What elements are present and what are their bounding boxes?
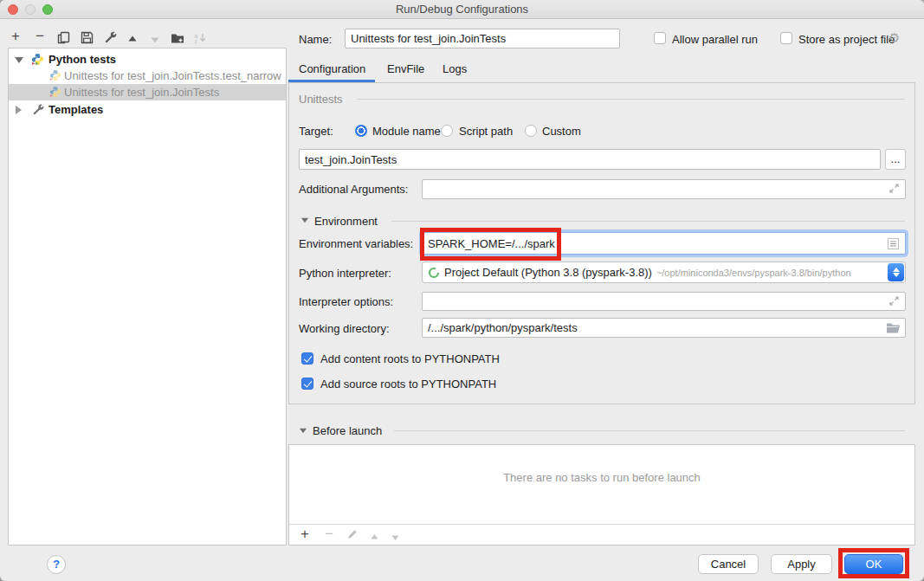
- remove-configuration-icon[interactable]: −: [31, 29, 48, 45]
- additional-arguments-label: Additional Arguments:: [299, 183, 408, 196]
- ok-button[interactable]: OK: [844, 554, 903, 574]
- name-label: Name:: [299, 33, 332, 46]
- name-input[interactable]: [345, 29, 620, 48]
- help-button[interactable]: ?: [47, 555, 66, 574]
- allow-parallel-run-checkbox[interactable]: [654, 32, 666, 44]
- remove-task-icon[interactable]: −: [320, 527, 338, 543]
- collapse-arrow-icon[interactable]: [15, 57, 23, 63]
- python-test-icon: [49, 86, 61, 100]
- conda-env-icon: [428, 267, 440, 279]
- target-custom-label: Custom: [542, 125, 581, 138]
- tree-item-label: Python tests: [48, 51, 116, 68]
- module-name-input[interactable]: [299, 149, 881, 170]
- target-script-path-radio[interactable]: [441, 125, 453, 137]
- tab-envfile[interactable]: EnvFile: [387, 59, 424, 80]
- create-folder-icon[interactable]: [169, 30, 186, 46]
- expand-field-icon[interactable]: [888, 295, 900, 309]
- before-launch-empty-message: There are no tasks to run before launch: [289, 471, 914, 484]
- add-source-roots-checkbox[interactable]: [301, 378, 313, 390]
- before-launch-label: Before launch: [313, 424, 382, 437]
- browse-variables-icon[interactable]: [887, 237, 900, 253]
- cancel-button[interactable]: Cancel: [698, 554, 759, 574]
- add-configuration-icon[interactable]: +: [7, 29, 24, 45]
- python-interpreter-path: ~/opt/miniconda3/envs/pyspark-3.8/bin/py…: [656, 268, 901, 278]
- tab-configuration[interactable]: Configuration: [299, 59, 365, 80]
- additional-arguments-input[interactable]: [422, 179, 906, 199]
- before-launch-panel: There are no tasks to run before launch …: [288, 444, 915, 545]
- add-content-roots-checkbox[interactable]: [301, 352, 313, 365]
- browse-module-button[interactable]: ...: [885, 149, 906, 170]
- interpreter-dropdown-stepper[interactable]: [888, 263, 904, 281]
- tree-item-templates[interactable]: Templates: [9, 101, 286, 118]
- copy-configuration-icon[interactable]: [55, 30, 72, 46]
- tree-item-jointests-selected[interactable]: Unittests for test_join.JoinTests: [9, 84, 286, 100]
- tab-logs[interactable]: Logs: [443, 59, 467, 80]
- environment-variables-input[interactable]: [422, 232, 906, 255]
- move-up-icon[interactable]: [124, 32, 141, 48]
- tree-item-python-tests[interactable]: Python tests: [9, 51, 286, 68]
- run-debug-configurations-dialog: Run/Debug Configurations + − az: [0, 0, 924, 581]
- python-interpreter-label: Python interpreter:: [299, 267, 391, 280]
- move-task-up-icon[interactable]: [365, 531, 383, 546]
- allow-parallel-run-label: Allow parallel run: [672, 33, 758, 46]
- before-launch-line: [394, 430, 905, 431]
- environment-variables-label: Environment variables:: [299, 237, 413, 250]
- before-launch-toolbar: + −: [289, 524, 914, 545]
- store-as-project-file-label: Store as project file: [798, 33, 895, 46]
- interpreter-options-label: Interpreter options:: [299, 295, 393, 308]
- svg-text:z: z: [195, 38, 197, 44]
- tree-item-test-narrow[interactable]: Unittests for test_join.JoinTests.test_n…: [9, 68, 286, 84]
- expand-field-icon[interactable]: [888, 183, 900, 197]
- environment-group-line: [391, 221, 905, 222]
- folder-browse-icon[interactable]: [886, 322, 901, 336]
- target-label: Target:: [299, 125, 333, 138]
- tree-item-label: Unittests for test_join.JoinTests.test_n…: [64, 68, 281, 84]
- edit-templates-icon[interactable]: [101, 30, 119, 46]
- before-launch-collapse-icon[interactable]: [300, 429, 307, 434]
- sort-configurations-icon[interactable]: az: [191, 30, 209, 46]
- working-directory-label: Working directory:: [299, 322, 390, 335]
- configurations-tree-panel: Python tests Unittests for test_join.Joi…: [8, 48, 287, 545]
- python-tests-icon: [31, 53, 44, 68]
- configurations-toolbar: + − az: [0, 28, 286, 47]
- python-interpreter-select[interactable]: Project Default (Python 3.8 (pyspark-3.8…: [422, 261, 906, 283]
- move-down-icon[interactable]: [146, 32, 164, 48]
- working-directory-input[interactable]: [422, 318, 906, 338]
- move-task-down-icon[interactable]: [386, 531, 404, 546]
- tree-item-label: Unittests for test_join.JoinTests: [64, 84, 219, 100]
- unittests-group-line: [357, 99, 905, 100]
- add-content-roots-label: Add content roots to PYTHONPATH: [320, 352, 500, 365]
- store-as-project-file-checkbox[interactable]: [780, 32, 792, 44]
- expand-arrow-icon[interactable]: [16, 106, 22, 114]
- python-test-icon: [49, 69, 61, 84]
- tree-item-label: Templates: [48, 101, 103, 118]
- add-task-icon[interactable]: +: [296, 527, 313, 543]
- templates-wrench-icon: [32, 104, 44, 118]
- titlebar: Run/Debug Configurations: [0, 0, 924, 19]
- add-source-roots-label: Add source roots to PYTHONPATH: [320, 378, 496, 391]
- window-title: Run/Debug Configurations: [0, 3, 924, 16]
- target-module-name-radio[interactable]: [355, 125, 367, 137]
- interpreter-options-input[interactable]: [422, 292, 906, 311]
- python-interpreter-value: Project Default (Python 3.8 (pyspark-3.8…: [444, 266, 652, 279]
- target-custom-radio[interactable]: [525, 125, 537, 137]
- edit-task-icon[interactable]: [343, 529, 360, 545]
- environment-group-label: Environment: [314, 215, 378, 228]
- gear-icon[interactable]: ⚙: [888, 31, 900, 45]
- save-configuration-icon[interactable]: [78, 30, 95, 46]
- unittests-group-label: Unittests: [299, 93, 343, 106]
- environment-collapse-icon[interactable]: [301, 218, 308, 223]
- apply-button[interactable]: Apply: [771, 554, 832, 574]
- target-script-path-label: Script path: [459, 125, 513, 138]
- target-module-name-label: Module name: [372, 125, 441, 138]
